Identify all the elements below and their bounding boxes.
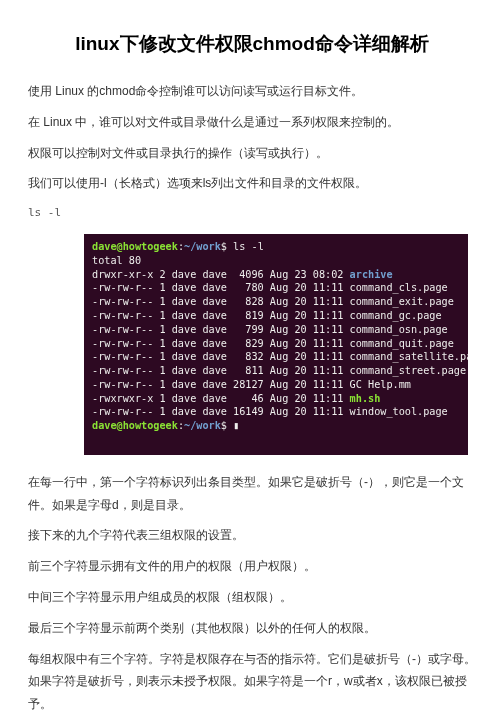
term-executable: mh.sh [350, 393, 381, 404]
page-title: linux下修改文件权限chmod命令详细解析 [28, 26, 476, 62]
term-user: dave@howtogeek [92, 420, 178, 431]
term-line: -rw-rw-r-- 1 dave dave 799 Aug 20 11:11 … [92, 324, 448, 335]
paragraph: 前三个字符显示拥有文件的用户的权限（用户权限）。 [28, 555, 476, 578]
paragraph: 最后三个字符显示前两个类别（其他权限）以外的任何人的权限。 [28, 617, 476, 640]
paragraph: 在每一行中，第一个字符标识列出条目类型。如果它是破折号（-），则它是一个文件。如… [28, 471, 476, 517]
term-line: -rw-rw-r-- 1 dave dave 811 Aug 20 11:11 … [92, 365, 466, 376]
term-line: drwxr-xr-x 2 dave dave 4096 Aug 23 08:02 [92, 269, 350, 280]
term-dir: archive [350, 269, 393, 280]
document-page: linux下修改文件权限chmod命令详细解析 使用 Linux 的chmod命… [0, 0, 504, 713]
term-line: -rwxrwxr-x 1 dave dave 46 Aug 20 11:11 [92, 393, 350, 404]
term-path: ~/work [184, 241, 221, 252]
paragraph: 中间三个字符显示用户组成员的权限（组权限）。 [28, 586, 476, 609]
term-line: -rw-rw-r-- 1 dave dave 28127 Aug 20 11:1… [92, 379, 411, 390]
cursor-icon: ▮ [233, 420, 239, 431]
paragraph: 在 Linux 中，谁可以对文件或目录做什么是通过一系列权限来控制的。 [28, 111, 476, 134]
term-line: -rw-rw-r-- 1 dave dave 828 Aug 20 11:11 … [92, 296, 454, 307]
term-line: -rw-rw-r-- 1 dave dave 780 Aug 20 11:11 … [92, 282, 448, 293]
term-line: -rw-rw-r-- 1 dave dave 16149 Aug 20 11:1… [92, 406, 448, 417]
paragraph: 接下来的九个字符代表三组权限的设置。 [28, 524, 476, 547]
term-line: -rw-rw-r-- 1 dave dave 819 Aug 20 11:11 … [92, 310, 442, 321]
paragraph: 每组权限中有三个字符。字符是权限存在与否的指示符。它们是破折号（-）或字母。如果… [28, 648, 476, 713]
term-cmd: $ ls -l [221, 241, 264, 252]
term-line: total 80 [92, 255, 141, 266]
term-path: ~/work [184, 420, 221, 431]
term-line: -rw-rw-r-- 1 dave dave 832 Aug 20 11:11 … [92, 351, 468, 362]
code-line: ls -l [28, 203, 476, 224]
term-user: dave@howtogeek [92, 241, 178, 252]
term-prompt: $ [221, 420, 233, 431]
paragraph: 使用 Linux 的chmod命令控制谁可以访问读写或运行目标文件。 [28, 80, 476, 103]
paragraph: 权限可以控制对文件或目录执行的操作（读写或执行）。 [28, 142, 476, 165]
term-line: -rw-rw-r-- 1 dave dave 829 Aug 20 11:11 … [92, 338, 454, 349]
paragraph: 我们可以使用-l（长格式）选项来ls列出文件和目录的文件权限。 [28, 172, 476, 195]
terminal-screenshot: dave@howtogeek:~/work$ ls -l total 80 dr… [84, 234, 468, 455]
